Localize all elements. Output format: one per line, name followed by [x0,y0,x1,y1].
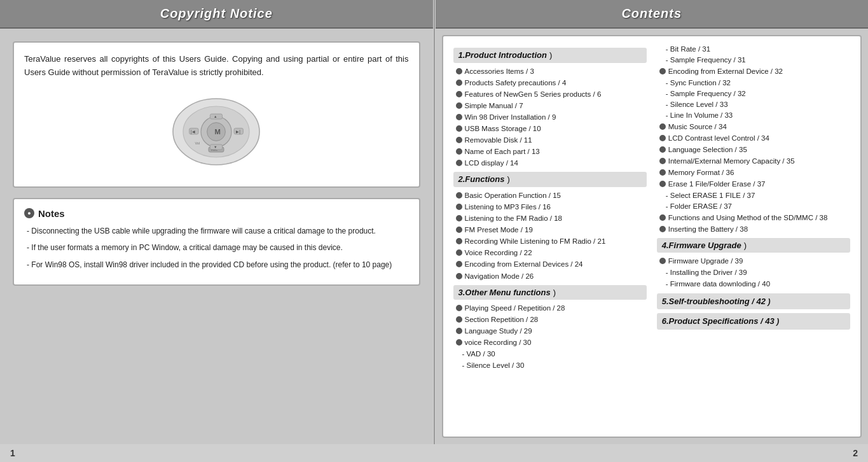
toc-section-5-header: 5.Self-troubleshooting / 42 ) [657,293,850,310]
notes-item-3: - For Win98 OS, install Win98 driver inc… [24,259,409,271]
toc-left-column: 1.Product Introduction ) Accessories Ite… [453,44,652,429]
toc-text: LCD display / 14 [465,158,518,168]
toc-text: Erase 1 File/Folder Erase / 37 [668,179,766,189]
list-item: Inserting the Battery / 38 [657,224,850,234]
list-item: Encoding from External Devices / 24 [453,259,647,269]
footer-page-right: 2 [434,444,869,462]
toc-text: Listening to the FM Radio / 18 [465,213,562,223]
toc-text: Functions and Using Method of the SD/MMC… [668,213,828,223]
notes-box: ● Notes - Disconnecting the USB cable wh… [13,198,420,286]
list-item: Section Repetition / 28 [453,314,647,325]
bullet-icon [659,123,666,130]
left-content: TeraValue reserves all copyrights of thi… [0,29,433,444]
bullet-icon [456,305,462,311]
notes-title: Notes [38,208,65,219]
left-header-title: Copyright Notice [160,6,273,20]
list-item: Removable Disk / 11 [453,135,647,145]
bullet-icon [456,192,462,199]
bullet-icon [659,158,666,164]
svg-text:|◀: |◀ [191,129,195,134]
svg-text:▲: ▲ [214,115,217,118]
left-header: Copyright Notice [0,0,433,29]
notes-header: ● Notes [24,208,409,219]
list-item: Win 98 Driver Installation / 9 [453,112,647,122]
bullet-icon [456,273,462,279]
toc-section-5-arrow: ) [768,297,770,306]
bullet-icon [659,169,666,176]
toc-text: Firmware Upgrade / 39 [668,256,743,266]
copyright-box: TeraValue reserves all copyrights of thi… [13,41,420,188]
toc-text: LCD Contrast level Control / 34 [668,133,769,143]
toc-content: 1.Product Introduction ) Accessories Ite… [442,35,862,438]
list-item: Recording While Listening to FM Radio / … [453,236,647,246]
bullet-icon [456,125,462,132]
toc-indent-item: - VAD / 30 [453,349,647,360]
toc-section-3-arrow: ) [553,286,556,299]
right-header: Contents [436,0,869,29]
list-item: Accessories Items / 3 [453,66,647,76]
bullet-icon [456,80,462,86]
toc-text: Recording While Listening to FM Radio / … [465,236,606,246]
toc-section-6-header: 6.Product Specifications / 43 ) [657,313,850,330]
toc-section-3-title: 3.Other Menu functions [458,286,551,299]
toc-text: voice Recording / 30 [465,337,532,347]
toc-text: Accessories Items / 3 [465,66,534,76]
toc-section-1-title: 1.Product Introduction [458,49,547,62]
bullet-icon [659,258,666,264]
toc-section-2-title: 2.Functions [458,173,505,186]
list-item: Basic Operation Function / 15 [453,190,647,200]
list-item: Navigation Mode / 26 [453,271,647,281]
right-header-title: Contents [621,6,682,20]
toc-section-4-title: 4.Firmware Upgrade [662,239,741,252]
toc-indent-item: - Firmware data downloding / 40 [657,279,850,290]
list-item: Products Safety precautions / 4 [453,78,647,88]
toc-text: Voice Recording / 22 [465,248,532,258]
bullet-icon [456,328,462,334]
toc-section-2-header: 2.Functions ) [453,172,647,187]
toc-text: Inserting the Battery / 38 [668,224,748,234]
list-item: Encoding from External Device / 32 [657,66,850,76]
toc-indent-item: - Sample Frequency / 31 [657,55,850,66]
toc-text: Navigation Mode / 26 [465,271,534,281]
device-image: M ▶| |◀ Rec ▲ [165,94,267,170]
toc-section-3-header: 3.Other Menu functions ) [453,285,647,300]
toc-text: USB Mass Storage / 10 [465,123,541,134]
toc-indent-item: - Silence Level / 30 [453,360,647,371]
toc-text: Music Source / 34 [668,122,727,132]
list-item: Listening to the FM Radio / 18 [453,213,647,223]
list-item: Music Source / 34 [657,122,850,132]
toc-section-2-arrow: ) [507,173,509,186]
svg-text:▶|: ▶| [236,129,240,134]
svg-text:Vol: Vol [195,141,200,145]
bullet-icon [659,68,666,74]
toc-indent-item: - Silence Level / 33 [657,99,850,110]
list-item: FM Preset Mode / 19 [453,225,647,235]
toc-text: Name of Each part / 13 [465,146,540,157]
toc-text: Encoding from External Devices / 24 [465,259,583,269]
list-item: Voice Recording / 22 [453,248,647,258]
list-item: voice Recording / 30 [453,337,647,347]
bullet-icon [456,160,462,166]
bullet-icon [456,215,462,221]
svg-text:▼: ▼ [214,145,217,149]
bullet-icon [456,238,462,244]
bullet-icon [456,249,462,256]
bullet-icon [456,91,462,97]
bullet-icon [659,214,666,221]
toc-indent-item: - Folder ERASE / 37 [657,201,850,212]
copyright-text: TeraValue reserves all copyrights of thi… [24,53,409,80]
toc-indent-item: - Line In Volume / 33 [657,110,850,121]
toc-section-1-arrow: ) [549,49,552,62]
toc-text: Language Study / 29 [465,326,532,336]
list-item: Playing Speed / Repetition / 28 [453,303,647,313]
toc-indent-item: - Select ERASE 1 FILE / 37 [657,190,850,201]
toc-text: Language Selection / 35 [668,144,747,155]
toc-text: Encoding from External Device / 32 [668,66,783,76]
toc-text: Section Repetition / 28 [465,314,539,325]
toc-indent-item: - Installing the Driver / 39 [657,267,850,278]
toc-text: FM Preset Mode / 19 [465,225,533,235]
toc-indent-item: - Bit Rate / 31 [657,44,850,55]
notes-item-1: - Disconnecting the USB cable while upgr… [24,225,409,237]
notes-item-2: - If the user formats a memory in PC Win… [24,242,409,254]
footer-page-left: 1 [0,444,434,462]
